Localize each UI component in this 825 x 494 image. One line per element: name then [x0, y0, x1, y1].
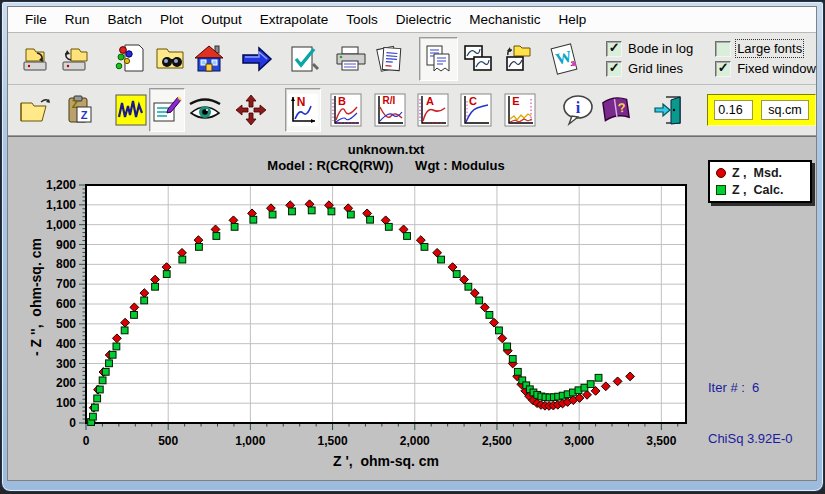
area-unit-label: sq.cm	[761, 100, 809, 120]
checkbox-group-1: ✓ Bode in log ✓ Grid lines	[606, 33, 693, 84]
plot-legend: Z , Msd. Z , Calc.	[708, 160, 812, 203]
open-file-button[interactable]	[16, 88, 54, 132]
load-plot-button[interactable]	[497, 37, 536, 81]
exit-door-icon	[652, 93, 688, 127]
svg-text:800: 800	[56, 257, 76, 271]
svg-text:100: 100	[56, 396, 76, 410]
capacitance-plot-icon: C	[460, 93, 492, 127]
svg-text:500: 500	[56, 317, 76, 331]
checkbox-label-fonts: Large fonts	[737, 41, 802, 56]
admittance-plot-button[interactable]: A	[415, 88, 450, 132]
tile-plot-windows-button[interactable]	[458, 37, 497, 81]
checkbox-box-grid: ✓	[606, 61, 622, 77]
legend-item-calculated: Z , Calc.	[716, 183, 804, 197]
menu-item-batch[interactable]: Batch	[99, 9, 152, 30]
checkbox-fixed-window[interactable]: ✓ Fixed window	[715, 61, 816, 77]
measured-marker-icon	[716, 168, 726, 178]
move-scale-icon	[234, 93, 268, 127]
chi-squared-value: ChiSq 3.92E-0	[708, 430, 793, 447]
paste-impedance-button[interactable]: Z Z	[62, 88, 97, 132]
admittance-plot-icon: A	[417, 93, 449, 127]
svg-text:E: E	[512, 95, 519, 107]
signal-waveform-button[interactable]	[113, 88, 149, 132]
edit-notes-icon	[150, 93, 184, 127]
checkbox-label-bode: Bode in log	[628, 41, 693, 56]
preview-eye-button[interactable]	[185, 88, 225, 132]
menu-item-plot[interactable]: Plot	[151, 9, 192, 30]
home-button[interactable]	[190, 37, 229, 81]
open-project-button[interactable]	[16, 37, 55, 81]
run-fit-button[interactable]	[237, 37, 276, 81]
menu-item-dielectric[interactable]: Dielectric	[387, 9, 461, 30]
bode-plot-button[interactable]: B	[329, 88, 364, 132]
edit-notes-button[interactable]	[149, 88, 185, 132]
toolbar-main: W ✓ Bode in log ✓ Grid lines Large fonts	[8, 33, 816, 85]
move-scale-button[interactable]	[233, 88, 269, 132]
find-data-button[interactable]	[150, 37, 189, 81]
svg-text:N: N	[297, 95, 306, 109]
exit-button[interactable]	[651, 88, 689, 132]
menu-item-help[interactable]: Help	[549, 9, 595, 30]
copy-report-button[interactable]	[419, 37, 458, 81]
home-icon	[192, 42, 226, 76]
print-button[interactable]	[332, 37, 371, 81]
save-project-icon	[59, 43, 91, 75]
svg-text:900: 900	[56, 238, 76, 252]
report-pages-icon	[373, 42, 409, 76]
nyquist-plot-icon: N	[287, 93, 319, 127]
svg-text:0: 0	[69, 416, 76, 430]
svg-text:400: 400	[56, 337, 76, 351]
print-icon	[333, 43, 369, 75]
checkbox-box-bode: ✓	[606, 41, 622, 57]
real-imag-plot-icon: R/I	[374, 93, 406, 127]
checkbox-box-window: ✓	[715, 61, 731, 77]
capacitance-plot-button[interactable]: C	[459, 88, 494, 132]
error-plot-icon: E	[504, 93, 536, 127]
legend-label-measured: Z , Msd.	[732, 166, 782, 180]
svg-text:R/I: R/I	[382, 95, 395, 106]
chart-panel: unknown.txt Model : R(CRQ(RW)) Wgt : Mod…	[8, 136, 816, 480]
svg-text:1,200: 1,200	[46, 178, 76, 192]
info-icon: i	[560, 94, 596, 126]
svg-text:600: 600	[56, 297, 76, 311]
checkbox-label-window: Fixed window	[737, 61, 816, 76]
error-plot-button[interactable]: E	[502, 88, 537, 132]
svg-text:0: 0	[83, 434, 90, 448]
svg-text:i: i	[576, 99, 581, 116]
report-pages-button[interactable]	[371, 37, 410, 81]
legend-item-measured: Z , Msd.	[716, 166, 804, 180]
nyquist-plot-button[interactable]: N	[285, 88, 320, 132]
info-button[interactable]: i	[559, 88, 597, 132]
paste-impedance-icon: Z Z	[64, 93, 96, 127]
iteration-count: Iter # : 6	[708, 379, 793, 396]
menu-item-extrapolate[interactable]: Extrapolate	[251, 9, 337, 30]
svg-text:1,000: 1,000	[235, 434, 265, 448]
word-export-button[interactable]: W	[545, 37, 584, 81]
save-project-button[interactable]	[55, 37, 94, 81]
help-button[interactable]: ?	[597, 88, 635, 132]
real-imag-plot-button[interactable]: R/I	[372, 88, 407, 132]
electrode-area-field: 0.16 sq.cm	[707, 94, 816, 126]
new-data-document-button[interactable]	[111, 37, 150, 81]
svg-text:Z: Z	[80, 109, 87, 121]
load-plot-icon	[500, 42, 534, 76]
area-value-input[interactable]: 0.16	[714, 100, 753, 120]
checkbox-grid-lines[interactable]: ✓ Grid lines	[606, 61, 693, 77]
word-export-icon: W	[546, 42, 582, 76]
validate-button[interactable]	[284, 37, 323, 81]
checkbox-bode-in-log[interactable]: ✓ Bode in log	[606, 41, 693, 57]
app-window: File Run Batch Plot Output Extrapolate T…	[1, 1, 824, 492]
checkbox-group-2: Large fonts ✓ Fixed window	[715, 33, 816, 84]
svg-text:3,500: 3,500	[646, 434, 676, 448]
menu-item-file[interactable]: File	[16, 9, 56, 30]
menu-item-mechanistic[interactable]: Mechanistic	[460, 9, 549, 30]
menu-item-output[interactable]: Output	[192, 9, 251, 30]
checkbox-label-grid: Grid lines	[628, 61, 683, 76]
svg-text:500: 500	[158, 434, 178, 448]
checkbox-large-fonts[interactable]: Large fonts	[715, 41, 816, 57]
menu-item-tools[interactable]: Tools	[337, 9, 387, 30]
svg-text:200: 200	[56, 376, 76, 390]
svg-text:2,000: 2,000	[400, 434, 430, 448]
menu-item-run[interactable]: Run	[56, 9, 99, 30]
svg-text:B: B	[338, 95, 346, 107]
